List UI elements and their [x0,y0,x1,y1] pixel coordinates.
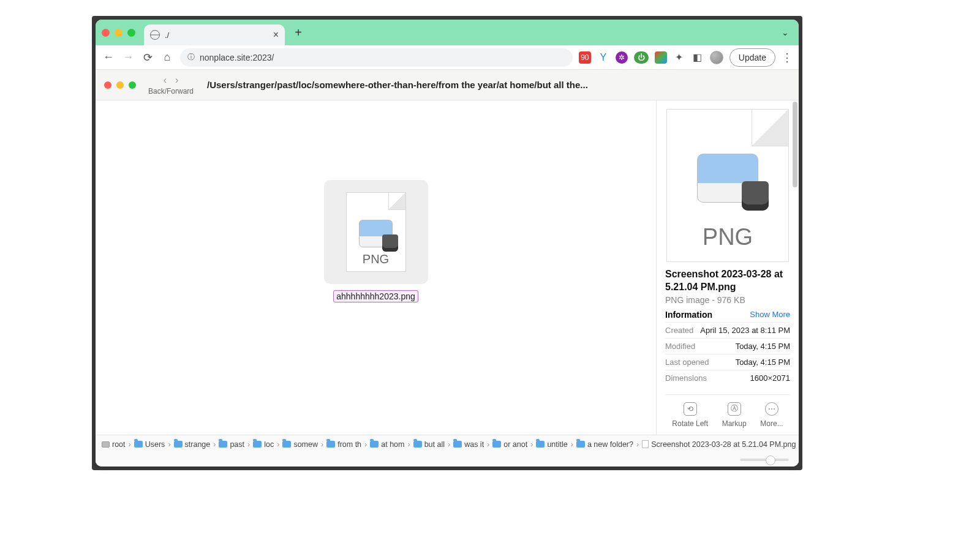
path-seg[interactable]: a new folder? [576,440,633,449]
path-seg[interactable]: or anot [492,440,527,449]
path-seg[interactable]: strange [174,440,211,449]
info-section-heading: Information [665,310,712,320]
path-bar[interactable]: root› Users› strange› past› loc› somew› … [96,435,799,453]
extension-grid-icon[interactable] [655,51,667,64]
finder-path-title: /Users/stranger/past/loc/somewhere-other… [207,80,588,90]
info-row-dimensions: Dimensions 1600×2071 [665,370,790,386]
info-value: April 15, 2023 at 8:11 PM [700,326,790,335]
finder-back-icon[interactable]: ‹ [164,75,167,86]
info-preview-icon: PNG [666,109,789,262]
extension-y-icon[interactable]: Y [597,51,609,64]
info-key: Created [665,326,693,335]
folder-icon [219,441,227,448]
folder-icon [282,441,291,448]
extension-flower-icon[interactable]: ✲ [616,51,628,64]
folder-icon [576,441,585,448]
finder-close-icon[interactable] [104,81,111,89]
tabs-menu-chevron-icon[interactable]: ⌄ [782,28,789,37]
extension-mail-icon[interactable]: 90 [579,51,591,64]
back-forward-label: Back/Forward [148,87,194,96]
file-rename-input[interactable]: ahhhhhhhh2023.png [333,290,418,302]
image-file-icon [642,440,649,448]
file-item[interactable]: PNG ahhhhhhhh2023.png [324,180,428,302]
path-seg[interactable]: was it [453,440,484,449]
action-markup[interactable]: Ⓐ Markup [722,402,747,428]
info-file-subtitle: PNG image - 976 KB [665,295,790,305]
path-seg-file[interactable]: Screenshot 2023-03-28 at 5.21.04 PM.png [642,440,796,449]
close-window-icon[interactable] [102,29,110,37]
path-seg[interactable]: somew [282,440,318,449]
folder-icon [326,441,335,448]
chrome-toolbar: ← → ⟳ ⌂ ⓘ nonplace.site:2023/ 90 Y ✲ ⏻ ✦… [96,45,799,70]
nav-reload-icon[interactable]: ⟳ [141,51,154,64]
minimize-window-icon[interactable] [115,29,123,37]
fullscreen-window-icon[interactable] [127,29,135,37]
browser-window: ./ × + ⌄ ← → ⟳ ⌂ ⓘ nonplace.site:2023/ 9… [96,20,799,467]
folder-icon [492,441,501,448]
info-row-created: Created April 15, 2023 at 8:11 PM [665,322,790,338]
info-value: Today, 4:15 PM [736,358,790,367]
path-seg[interactable]: past [219,440,244,449]
folder-icon [536,441,545,448]
tab-title: ./ [165,31,169,40]
chrome-tab-strip: ./ × + ⌄ [96,20,799,45]
finder-titlebar: ‹ › Back/Forward /Users/stranger/past/lo… [96,70,799,100]
folder-icon [370,441,379,448]
finder-minimize-icon[interactable] [116,81,124,89]
markup-icon: Ⓐ [728,402,741,416]
path-seg[interactable]: untitle [536,440,567,449]
file-type-label: PNG [363,252,389,266]
chrome-menu-icon[interactable]: ⋮ [782,51,793,64]
back-forward-group: ‹ › Back/Forward [148,75,194,96]
extension-toggle-icon[interactable]: ⏻ [634,51,649,64]
preview-type-label: PNG [667,224,788,250]
show-more-link[interactable]: Show More [750,310,790,319]
info-key: Dimensions [665,373,707,383]
address-bar[interactable]: ⓘ nonplace.site:2023/ [180,48,573,67]
info-value: Today, 4:15 PM [736,342,790,351]
info-key: Last opened [665,358,709,367]
info-row-lastopened: Last opened Today, 4:15 PM [665,354,790,370]
nav-forward-icon[interactable]: → [121,51,135,64]
path-seg[interactable]: from th [326,440,361,449]
info-actions: ⟲ Rotate Left Ⓐ Markup ⋯ More... [665,394,790,428]
path-seg[interactable]: at hom [370,440,404,449]
path-seg-root[interactable]: root [102,440,126,449]
nav-home-icon[interactable]: ⌂ [160,51,174,64]
finder-traffic-lights [104,81,136,89]
site-info-icon[interactable]: ⓘ [187,52,195,62]
file-grid-area[interactable]: PNG ahhhhhhhh2023.png [96,100,657,435]
image-thumbnail-icon [697,154,758,203]
icon-size-slider[interactable] [740,459,789,461]
profile-avatar-icon[interactable] [710,51,723,64]
info-file-title: Screenshot 2023-03-28 at 5.21.04 PM.png [665,268,790,294]
extensions-menu-icon[interactable]: ✦ [673,51,685,64]
new-tab-button[interactable]: + [290,24,307,41]
png-document-icon: PNG [346,192,406,272]
update-button[interactable]: Update [729,48,775,67]
file-icon: PNG [324,180,428,284]
disk-icon [102,441,110,448]
info-key: Modified [665,342,695,351]
globe-icon [150,30,160,40]
folder-icon [253,441,262,448]
info-row-modified: Modified Today, 4:15 PM [665,338,790,354]
url-text: nonplace.site:2023/ [200,53,274,62]
side-panel-icon[interactable]: ◧ [692,51,704,64]
extension-icons: 90 Y ✲ ⏻ ✦ ◧ [579,51,723,64]
folder-icon [413,441,422,448]
path-seg[interactable]: Users [134,440,165,449]
path-seg[interactable]: but all [413,440,445,449]
action-rotate-left[interactable]: ⟲ Rotate Left [672,402,708,428]
rotate-left-icon: ⟲ [684,402,697,416]
nav-back-icon[interactable]: ← [102,51,115,64]
finder-forward-icon[interactable]: › [175,75,178,86]
action-more[interactable]: ⋯ More... [760,402,783,428]
path-seg[interactable]: loc [253,440,274,449]
tab-close-icon[interactable]: × [273,29,279,40]
page-content: ‹ › Back/Forward /Users/stranger/past/lo… [96,70,799,467]
browser-tab[interactable]: ./ × [144,24,285,45]
zoom-bar [96,453,799,467]
finder-fullscreen-icon[interactable] [129,81,136,89]
folder-icon [134,441,143,448]
